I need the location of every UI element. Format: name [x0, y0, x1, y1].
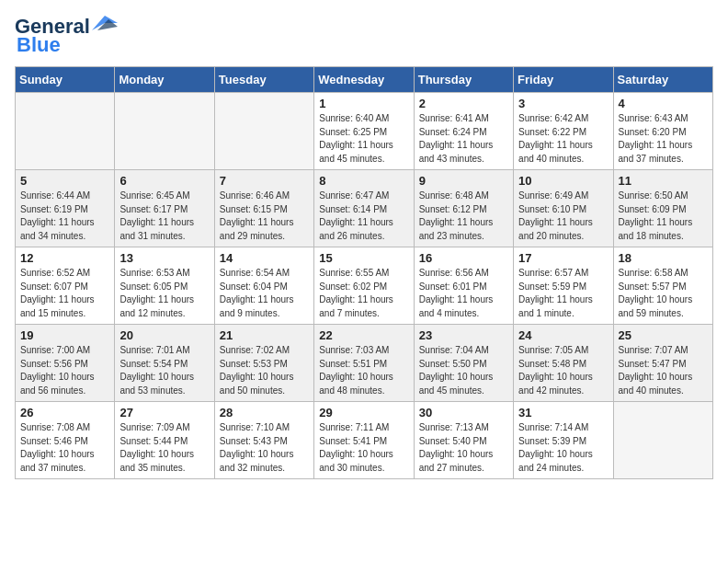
day-info: Sunrise: 6:44 AM Sunset: 6:19 PM Dayligh…	[20, 190, 109, 243]
calendar-cell: 21Sunrise: 7:02 AM Sunset: 5:53 PM Dayli…	[214, 325, 313, 402]
day-number: 26	[20, 406, 109, 419]
calendar-cell: 28Sunrise: 7:10 AM Sunset: 5:43 PM Dayli…	[214, 402, 313, 479]
day-info: Sunrise: 6:52 AM Sunset: 6:07 PM Dayligh…	[20, 267, 109, 320]
header: General Blue	[15, 15, 713, 57]
day-info: Sunrise: 6:50 AM Sunset: 6:09 PM Dayligh…	[619, 190, 708, 243]
calendar-cell: 17Sunrise: 6:57 AM Sunset: 5:59 PM Dayli…	[514, 247, 613, 325]
logo: General Blue	[15, 15, 118, 57]
column-header-monday: Monday	[115, 67, 214, 93]
day-number: 10	[518, 174, 608, 188]
calendar-cell: 22Sunrise: 7:03 AM Sunset: 5:51 PM Dayli…	[314, 325, 414, 402]
day-info: Sunrise: 7:09 AM Sunset: 5:44 PM Dayligh…	[119, 421, 209, 475]
day-info: Sunrise: 7:05 AM Sunset: 5:48 PM Dayligh…	[518, 344, 608, 397]
day-number: 4	[619, 97, 708, 110]
calendar-cell: 23Sunrise: 7:04 AM Sunset: 5:50 PM Dayli…	[414, 325, 513, 402]
column-header-thursday: Thursday	[414, 67, 513, 93]
calendar-cell	[613, 402, 712, 479]
calendar-cell: 4Sunrise: 6:43 AM Sunset: 6:20 PM Daylig…	[613, 93, 712, 170]
day-number: 30	[419, 406, 508, 419]
calendar-cell: 24Sunrise: 7:05 AM Sunset: 5:48 PM Dayli…	[514, 325, 613, 402]
column-header-wednesday: Wednesday	[314, 67, 414, 93]
calendar-cell: 30Sunrise: 7:13 AM Sunset: 5:40 PM Dayli…	[414, 402, 513, 479]
day-info: Sunrise: 6:53 AM Sunset: 6:05 PM Dayligh…	[119, 267, 209, 320]
day-number: 24	[518, 328, 608, 342]
calendar-cell: 13Sunrise: 6:53 AM Sunset: 6:05 PM Dayli…	[115, 247, 214, 325]
calendar-table: SundayMondayTuesdayWednesdayThursdayFrid…	[15, 66, 713, 479]
day-info: Sunrise: 6:46 AM Sunset: 6:15 PM Dayligh…	[220, 190, 309, 243]
day-number: 16	[419, 251, 508, 265]
calendar-cell: 26Sunrise: 7:08 AM Sunset: 5:46 PM Dayli…	[16, 402, 115, 479]
column-header-sunday: Sunday	[16, 67, 115, 93]
page-container: General Blue SundayMondayTuesdayWednesda…	[0, 0, 728, 488]
day-number: 15	[319, 251, 408, 265]
column-header-tuesday: Tuesday	[214, 67, 313, 93]
day-number: 9	[419, 174, 508, 188]
calendar-cell: 6Sunrise: 6:45 AM Sunset: 6:17 PM Daylig…	[115, 170, 214, 247]
logo-blue: Blue	[17, 33, 61, 57]
day-number: 29	[319, 406, 408, 419]
day-info: Sunrise: 6:55 AM Sunset: 6:02 PM Dayligh…	[319, 267, 408, 320]
day-info: Sunrise: 7:13 AM Sunset: 5:40 PM Dayligh…	[419, 421, 508, 475]
day-info: Sunrise: 6:40 AM Sunset: 6:25 PM Dayligh…	[319, 112, 408, 166]
day-info: Sunrise: 7:02 AM Sunset: 5:53 PM Dayligh…	[220, 344, 309, 397]
calendar-cell: 16Sunrise: 6:56 AM Sunset: 6:01 PM Dayli…	[414, 247, 513, 325]
calendar-cell: 29Sunrise: 7:11 AM Sunset: 5:41 PM Dayli…	[314, 402, 414, 479]
calendar-week-row: 5Sunrise: 6:44 AM Sunset: 6:19 PM Daylig…	[16, 170, 713, 247]
day-number: 25	[619, 328, 708, 342]
day-info: Sunrise: 6:58 AM Sunset: 5:57 PM Dayligh…	[619, 267, 708, 320]
day-number: 28	[220, 406, 309, 419]
day-number: 12	[20, 251, 109, 265]
day-info: Sunrise: 6:49 AM Sunset: 6:10 PM Dayligh…	[518, 190, 608, 243]
calendar-cell	[16, 93, 115, 170]
calendar-cell: 10Sunrise: 6:49 AM Sunset: 6:10 PM Dayli…	[514, 170, 613, 247]
day-number: 27	[119, 406, 209, 419]
calendar-cell: 25Sunrise: 7:07 AM Sunset: 5:47 PM Dayli…	[613, 325, 712, 402]
day-number: 17	[518, 251, 608, 265]
column-header-saturday: Saturday	[613, 67, 712, 93]
day-number: 18	[619, 251, 708, 265]
day-info: Sunrise: 7:03 AM Sunset: 5:51 PM Dayligh…	[319, 344, 408, 397]
day-info: Sunrise: 6:57 AM Sunset: 5:59 PM Dayligh…	[518, 267, 608, 320]
day-number: 31	[518, 406, 608, 419]
calendar-header-row: SundayMondayTuesdayWednesdayThursdayFrid…	[16, 67, 713, 93]
day-number: 20	[119, 328, 209, 342]
day-info: Sunrise: 7:11 AM Sunset: 5:41 PM Dayligh…	[319, 421, 408, 475]
day-number: 22	[319, 328, 408, 342]
calendar-cell: 19Sunrise: 7:00 AM Sunset: 5:56 PM Dayli…	[16, 325, 115, 402]
calendar-cell: 9Sunrise: 6:48 AM Sunset: 6:12 PM Daylig…	[414, 170, 513, 247]
day-number: 8	[319, 174, 408, 188]
calendar-week-row: 19Sunrise: 7:00 AM Sunset: 5:56 PM Dayli…	[16, 325, 713, 402]
day-info: Sunrise: 7:04 AM Sunset: 5:50 PM Dayligh…	[419, 344, 508, 397]
day-number: 6	[119, 174, 209, 188]
day-number: 11	[619, 174, 708, 188]
calendar-cell: 5Sunrise: 6:44 AM Sunset: 6:19 PM Daylig…	[16, 170, 115, 247]
calendar-cell: 14Sunrise: 6:54 AM Sunset: 6:04 PM Dayli…	[214, 247, 313, 325]
calendar-cell	[115, 93, 214, 170]
day-number: 21	[220, 328, 309, 342]
day-info: Sunrise: 6:42 AM Sunset: 6:22 PM Dayligh…	[518, 112, 608, 166]
calendar-week-row: 12Sunrise: 6:52 AM Sunset: 6:07 PM Dayli…	[16, 247, 713, 325]
day-number: 23	[419, 328, 508, 342]
day-info: Sunrise: 7:01 AM Sunset: 5:54 PM Dayligh…	[119, 344, 209, 397]
calendar-cell: 11Sunrise: 6:50 AM Sunset: 6:09 PM Dayli…	[613, 170, 712, 247]
calendar-week-row: 26Sunrise: 7:08 AM Sunset: 5:46 PM Dayli…	[16, 402, 713, 479]
calendar-cell: 18Sunrise: 6:58 AM Sunset: 5:57 PM Dayli…	[613, 247, 712, 325]
day-number: 3	[518, 97, 608, 110]
calendar-cell: 15Sunrise: 6:55 AM Sunset: 6:02 PM Dayli…	[314, 247, 414, 325]
day-number: 13	[119, 251, 209, 265]
calendar-cell: 27Sunrise: 7:09 AM Sunset: 5:44 PM Dayli…	[115, 402, 214, 479]
calendar-cell: 1Sunrise: 6:40 AM Sunset: 6:25 PM Daylig…	[314, 93, 414, 170]
day-number: 5	[20, 174, 109, 188]
day-info: Sunrise: 6:43 AM Sunset: 6:20 PM Dayligh…	[619, 112, 708, 166]
calendar-cell: 20Sunrise: 7:01 AM Sunset: 5:54 PM Dayli…	[115, 325, 214, 402]
day-number: 14	[220, 251, 309, 265]
day-info: Sunrise: 6:45 AM Sunset: 6:17 PM Dayligh…	[119, 190, 209, 243]
day-info: Sunrise: 7:14 AM Sunset: 5:39 PM Dayligh…	[518, 421, 608, 475]
day-info: Sunrise: 7:07 AM Sunset: 5:47 PM Dayligh…	[619, 344, 708, 397]
day-number: 1	[319, 97, 408, 110]
calendar-cell: 31Sunrise: 7:14 AM Sunset: 5:39 PM Dayli…	[514, 402, 613, 479]
day-info: Sunrise: 7:08 AM Sunset: 5:46 PM Dayligh…	[20, 421, 109, 475]
day-info: Sunrise: 7:00 AM Sunset: 5:56 PM Dayligh…	[20, 344, 109, 397]
day-info: Sunrise: 7:10 AM Sunset: 5:43 PM Dayligh…	[220, 421, 309, 475]
day-number: 2	[419, 97, 508, 110]
